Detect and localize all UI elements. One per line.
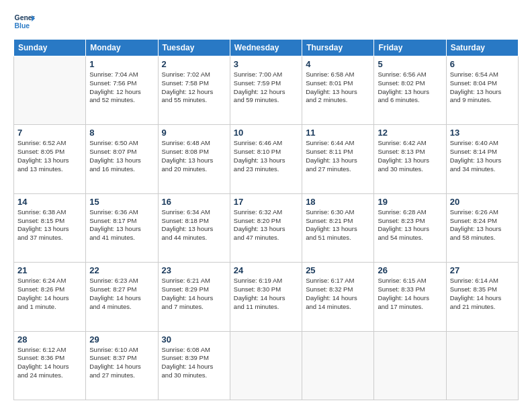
day-number: 19 <box>378 197 442 207</box>
calendar-cell <box>230 331 302 400</box>
day-info: Sunrise: 6:58 AM Sunset: 8:01 PM Dayligh… <box>306 71 370 105</box>
day-info: Sunrise: 6:54 AM Sunset: 8:04 PM Dayligh… <box>450 71 515 105</box>
calendar-cell: 15Sunrise: 6:36 AM Sunset: 8:17 PM Dayli… <box>86 193 158 262</box>
day-info: Sunrise: 6:28 AM Sunset: 8:23 PM Dayligh… <box>378 208 442 242</box>
page: General Blue SundayMondayTuesdayWednesda… <box>0 0 532 411</box>
calendar-cell: 17Sunrise: 6:32 AM Sunset: 8:20 PM Dayli… <box>230 193 302 262</box>
day-info: Sunrise: 7:00 AM Sunset: 7:59 PM Dayligh… <box>234 71 298 105</box>
day-number: 15 <box>89 197 154 207</box>
calendar-table: SundayMondayTuesdayWednesdayThursdayFrid… <box>13 39 519 400</box>
day-number: 3 <box>234 59 298 69</box>
day-number: 6 <box>450 59 515 69</box>
calendar-cell: 6Sunrise: 6:54 AM Sunset: 8:04 PM Daylig… <box>446 56 518 125</box>
calendar-cell: 19Sunrise: 6:28 AM Sunset: 8:23 PM Dayli… <box>374 193 446 262</box>
day-number: 25 <box>306 265 370 275</box>
weekday-header: SundayMondayTuesdayWednesdayThursdayFrid… <box>14 40 519 56</box>
day-number: 1 <box>89 59 154 69</box>
calendar-week: 7Sunrise: 6:52 AM Sunset: 8:05 PM Daylig… <box>14 125 519 193</box>
day-number: 30 <box>162 334 226 345</box>
day-number: 18 <box>306 197 370 207</box>
day-number: 29 <box>89 334 154 345</box>
day-info: Sunrise: 6:30 AM Sunset: 8:21 PM Dayligh… <box>306 208 370 242</box>
calendar-cell: 9Sunrise: 6:48 AM Sunset: 8:08 PM Daylig… <box>158 125 230 193</box>
day-info: Sunrise: 7:04 AM Sunset: 7:56 PM Dayligh… <box>89 71 154 105</box>
calendar-cell <box>374 331 446 400</box>
day-info: Sunrise: 6:40 AM Sunset: 8:14 PM Dayligh… <box>450 139 515 173</box>
calendar-cell <box>14 56 86 125</box>
day-number: 21 <box>17 265 82 275</box>
calendar-cell: 28Sunrise: 6:12 AM Sunset: 8:36 PM Dayli… <box>14 331 86 400</box>
day-number: 17 <box>234 197 298 207</box>
day-number: 2 <box>162 59 226 69</box>
day-number: 10 <box>234 128 298 138</box>
weekday-header-cell: Saturday <box>446 40 518 56</box>
logo-icon: General Blue <box>13 11 35 32</box>
day-info: Sunrise: 6:32 AM Sunset: 8:20 PM Dayligh… <box>234 208 298 242</box>
day-number: 5 <box>378 59 442 69</box>
weekday-header-cell: Tuesday <box>158 40 230 56</box>
day-number: 11 <box>306 128 370 138</box>
weekday-header-cell: Friday <box>374 40 446 56</box>
calendar-cell: 3Sunrise: 7:00 AM Sunset: 7:59 PM Daylig… <box>230 56 302 125</box>
header: General Blue <box>13 11 519 32</box>
calendar-cell: 27Sunrise: 6:14 AM Sunset: 8:35 PM Dayli… <box>446 263 518 331</box>
calendar-cell: 18Sunrise: 6:30 AM Sunset: 8:21 PM Dayli… <box>302 193 374 262</box>
day-number: 20 <box>450 197 515 207</box>
weekday-header-cell: Wednesday <box>230 40 302 56</box>
day-info: Sunrise: 6:42 AM Sunset: 8:13 PM Dayligh… <box>378 139 442 173</box>
calendar-cell: 29Sunrise: 6:10 AM Sunset: 8:37 PM Dayli… <box>86 331 158 400</box>
calendar-cell: 7Sunrise: 6:52 AM Sunset: 8:05 PM Daylig… <box>14 125 86 193</box>
day-info: Sunrise: 6:48 AM Sunset: 8:08 PM Dayligh… <box>162 139 226 173</box>
calendar-cell: 1Sunrise: 7:04 AM Sunset: 7:56 PM Daylig… <box>86 56 158 125</box>
calendar-cell: 24Sunrise: 6:19 AM Sunset: 8:30 PM Dayli… <box>230 263 302 331</box>
calendar-cell: 26Sunrise: 6:15 AM Sunset: 8:33 PM Dayli… <box>374 263 446 331</box>
day-info: Sunrise: 6:38 AM Sunset: 8:15 PM Dayligh… <box>17 208 82 242</box>
day-info: Sunrise: 6:12 AM Sunset: 8:36 PM Dayligh… <box>17 346 82 380</box>
calendar-cell: 12Sunrise: 6:42 AM Sunset: 8:13 PM Dayli… <box>374 125 446 193</box>
calendar-body: 1Sunrise: 7:04 AM Sunset: 7:56 PM Daylig… <box>14 56 519 400</box>
weekday-header-cell: Thursday <box>302 40 374 56</box>
calendar-week: 21Sunrise: 6:24 AM Sunset: 8:26 PM Dayli… <box>14 263 519 331</box>
day-number: 4 <box>306 59 370 69</box>
weekday-header-cell: Monday <box>86 40 158 56</box>
calendar-cell: 5Sunrise: 6:56 AM Sunset: 8:02 PM Daylig… <box>374 56 446 125</box>
day-number: 16 <box>162 197 226 207</box>
day-info: Sunrise: 7:02 AM Sunset: 7:58 PM Dayligh… <box>162 71 226 105</box>
calendar-week: 1Sunrise: 7:04 AM Sunset: 7:56 PM Daylig… <box>14 56 519 125</box>
calendar-cell: 30Sunrise: 6:08 AM Sunset: 8:39 PM Dayli… <box>158 331 230 400</box>
day-number: 28 <box>17 334 82 345</box>
day-number: 23 <box>162 265 226 275</box>
day-info: Sunrise: 6:14 AM Sunset: 8:35 PM Dayligh… <box>450 277 515 311</box>
day-info: Sunrise: 6:10 AM Sunset: 8:37 PM Dayligh… <box>89 346 154 380</box>
calendar-cell: 14Sunrise: 6:38 AM Sunset: 8:15 PM Dayli… <box>14 193 86 262</box>
day-info: Sunrise: 6:17 AM Sunset: 8:32 PM Dayligh… <box>306 277 370 311</box>
calendar-cell: 4Sunrise: 6:58 AM Sunset: 8:01 PM Daylig… <box>302 56 374 125</box>
day-info: Sunrise: 6:19 AM Sunset: 8:30 PM Dayligh… <box>234 277 298 311</box>
day-info: Sunrise: 6:26 AM Sunset: 8:24 PM Dayligh… <box>450 208 515 242</box>
day-number: 12 <box>378 128 442 138</box>
day-info: Sunrise: 6:24 AM Sunset: 8:26 PM Dayligh… <box>17 277 82 311</box>
calendar-cell: 8Sunrise: 6:50 AM Sunset: 8:07 PM Daylig… <box>86 125 158 193</box>
day-number: 26 <box>378 265 442 275</box>
calendar-cell: 11Sunrise: 6:44 AM Sunset: 8:11 PM Dayli… <box>302 125 374 193</box>
calendar-cell <box>446 331 518 400</box>
calendar-cell: 25Sunrise: 6:17 AM Sunset: 8:32 PM Dayli… <box>302 263 374 331</box>
day-number: 9 <box>162 128 226 138</box>
day-info: Sunrise: 6:46 AM Sunset: 8:10 PM Dayligh… <box>234 139 298 173</box>
day-info: Sunrise: 6:23 AM Sunset: 8:27 PM Dayligh… <box>89 277 154 311</box>
day-info: Sunrise: 6:52 AM Sunset: 8:05 PM Dayligh… <box>17 139 82 173</box>
day-number: 27 <box>450 265 515 275</box>
day-info: Sunrise: 6:21 AM Sunset: 8:29 PM Dayligh… <box>162 277 226 311</box>
logo: General Blue <box>13 11 35 32</box>
calendar-week: 14Sunrise: 6:38 AM Sunset: 8:15 PM Dayli… <box>14 193 519 262</box>
calendar-cell <box>302 331 374 400</box>
svg-text:Blue: Blue <box>15 22 30 30</box>
calendar-cell: 2Sunrise: 7:02 AM Sunset: 7:58 PM Daylig… <box>158 56 230 125</box>
day-info: Sunrise: 6:34 AM Sunset: 8:18 PM Dayligh… <box>162 208 226 242</box>
day-number: 8 <box>89 128 154 138</box>
day-info: Sunrise: 6:50 AM Sunset: 8:07 PM Dayligh… <box>89 139 154 173</box>
day-number: 24 <box>234 265 298 275</box>
weekday-header-cell: Sunday <box>14 40 86 56</box>
day-info: Sunrise: 6:15 AM Sunset: 8:33 PM Dayligh… <box>378 277 442 311</box>
day-info: Sunrise: 6:36 AM Sunset: 8:17 PM Dayligh… <box>89 208 154 242</box>
